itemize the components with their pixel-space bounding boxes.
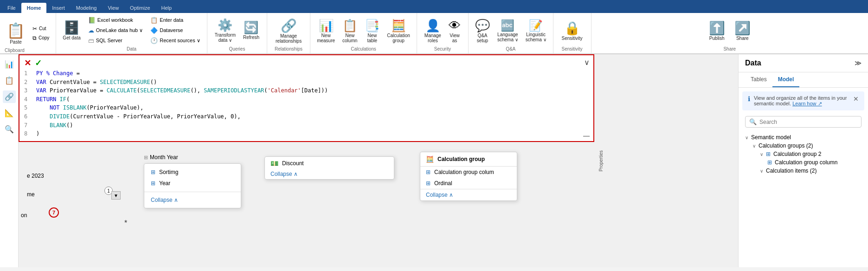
sensitivity-group: 🔒 Sensitivity Sensitivity — [553, 13, 592, 53]
paste-button[interactable]: 📋 Paste — [4, 21, 28, 45]
chevron-down-icon-4: ∨ — [760, 168, 763, 174]
properties-label: Properties — [598, 150, 604, 172]
dropdown-item-year[interactable]: ⊞ Year — [144, 178, 241, 189]
queries-group: ⚙️ Transform data ∨ 🔄 Refresh Queries — [207, 13, 267, 53]
properties-panel-strip: Properties — [596, 54, 606, 267]
tab-modeling[interactable]: Modeling — [71, 3, 103, 13]
group-title-clipboard: Clipboard — [5, 48, 25, 53]
group-title-queries: Queries — [229, 46, 245, 52]
star-connector: * — [124, 219, 127, 227]
calc-items-item[interactable]: ∨ Calculation items (2) — [745, 167, 862, 175]
dataverse-button[interactable]: 🔷 Dataverse — [148, 26, 203, 35]
calculation-group-button[interactable]: 🧮 Calculation group — [384, 18, 412, 44]
enter-data-button[interactable]: 📋 Enter data — [148, 16, 203, 25]
month-year-dropdown: ⊞ Sortimg ⊞ Year Collapse ∧ — [144, 163, 241, 208]
chevron-down-icon-3: ∨ — [760, 152, 763, 157]
recent-sources-button[interactable]: 🕐 Recent sources ∨ — [148, 36, 203, 45]
group-title-data: Data — [60, 46, 203, 52]
manage-roles-button[interactable]: 👤 Manage roles — [422, 18, 444, 44]
chevron-down-icon-2: ∨ — [752, 143, 756, 148]
onelake-button[interactable]: ☁ OneLake data hub ∨ — [85, 26, 146, 35]
table-dropdown-arrow[interactable]: ▼ — [111, 191, 121, 200]
tab-insert[interactable]: Insert — [46, 3, 71, 13]
name-label: me — [27, 191, 35, 198]
excel-workbook-button[interactable]: 📗 Excel workbook — [85, 16, 146, 25]
calc-collapse-button[interactable]: Collapse ∧ — [420, 189, 517, 200]
cut-button[interactable]: ✂Cut — [30, 25, 52, 33]
tab-help[interactable]: Help — [156, 3, 178, 13]
sidebar-table-icon[interactable]: 📋 — [3, 74, 16, 87]
tree-section: ∨ Semantic model ∨ Calculation groups (2… — [739, 131, 868, 267]
calc-group-item-2[interactable]: ⊞ Ordinal — [420, 178, 517, 189]
dropdown-collapse-button[interactable]: Collapse ∧ — [144, 195, 241, 205]
share-group: ⬆️ Publish ↗️ Share Share — [592, 13, 868, 53]
formula-minimize-icon[interactable]: — — [583, 132, 590, 139]
transform-data-button[interactable]: ⚙️ Transform data ∨ — [212, 17, 238, 44]
sidebar-chart-icon[interactable]: 📊 — [3, 58, 16, 71]
ion-label: on — [21, 212, 27, 219]
discount-panel: 💵 Discount Collapse ∧ — [264, 156, 394, 180]
sidebar-model-icon[interactable]: 🔗 — [3, 90, 16, 103]
tab-home[interactable]: Home — [21, 3, 47, 13]
formula-content: 1 PY % Change = 2 VAR CurrentValue = SEL… — [24, 69, 589, 138]
copy-button[interactable]: ⧉Copy — [30, 34, 52, 42]
formula-line-7: 7 BLANK() — [24, 121, 589, 130]
ribbon-body: 📋 Paste ✂Cut ⧉Copy Clipboard 🗄️ Get data… — [0, 13, 868, 54]
formula-line-1: 1 PY % Change = — [24, 69, 589, 78]
share-button[interactable]: ↗️ Share — [731, 19, 754, 42]
new-table-button[interactable]: 📑 New table — [362, 18, 382, 44]
get-data-button[interactable]: 🗄️ Get data — [60, 19, 83, 41]
formula-accept-icon[interactable]: ✓ — [35, 58, 42, 68]
formula-cancel-icon[interactable]: ✕ — [24, 58, 31, 68]
qa-group: 💬 Q&A setup 🔤 Language schema ∨ 📝 Lingui… — [469, 13, 553, 53]
sidebar-search-icon[interactable]: 🔍 — [3, 123, 16, 136]
tab-view[interactable]: View — [102, 3, 124, 13]
tab-model[interactable]: Model — [772, 72, 800, 87]
month-year-label[interactable]: ⊞ Month Year — [144, 154, 178, 161]
linguistic-schema-button[interactable]: 📝 Linguistic schema ∨ — [523, 18, 549, 43]
discount-collapse-button[interactable]: Collapse ∧ — [270, 169, 388, 177]
search-input[interactable] — [759, 119, 857, 125]
publish-button[interactable]: ⬆️ Publish — [705, 19, 729, 42]
calc-group-item-1[interactable]: ⊞ Calculation group colum — [420, 167, 517, 178]
semantic-model-item[interactable]: ∨ Semantic model — [745, 133, 862, 142]
formula-line-3: 3 VAR PriorYearValue = CALCULATE(SELECTE… — [24, 86, 589, 95]
group-title-security: Security — [434, 46, 451, 52]
relationships-group: 🔗 Manage relationships Relationships — [267, 13, 310, 53]
search-icon: 🔍 — [749, 118, 757, 125]
close-info-icon[interactable]: ✕ — [853, 95, 859, 107]
paste-label: Paste — [10, 39, 22, 45]
new-measure-button[interactable]: 📊 New measure — [314, 18, 338, 44]
left-sidebar: 📊 📋 🔗 📐 🔍 — [0, 54, 19, 267]
view-as-button[interactable]: 👁 View as — [446, 18, 463, 44]
formula-line-8: 8 ) — [24, 129, 589, 138]
sidebar-data-icon[interactable]: 📐 — [3, 107, 16, 119]
dropdown-item-sortimg[interactable]: ⊞ Sortimg — [144, 167, 241, 178]
calc-group2-item[interactable]: ∨ ⊞ Calculation group 2 — [745, 150, 862, 158]
discount-header: 💵 Discount — [270, 160, 388, 169]
data-sub-buttons: 📗 Excel workbook ☁ OneLake data hub ∨ 🗃 … — [85, 16, 146, 45]
search-box: 🔍 — [745, 116, 862, 128]
calc-groups-item[interactable]: ∨ Calculation groups (2) — [745, 142, 862, 150]
main-area: 📊 📋 🔗 📐 🔍 ✕ ✓ 1 PY % Change = 2 VAR Curr… — [0, 54, 868, 267]
language-schema-button[interactable]: 🔤 Language schema ∨ — [495, 18, 521, 43]
tab-optimize[interactable]: Optimize — [124, 3, 155, 13]
sql-server-button[interactable]: 🗃 SQL Server — [85, 36, 146, 45]
refresh-button[interactable]: 🔄 Refresh — [240, 19, 262, 41]
tab-tables[interactable]: Tables — [745, 72, 772, 87]
calc-group-header: 🧮 Calculation group — [420, 152, 517, 167]
group-title-sensitivity: Sensitivity — [562, 46, 583, 52]
tab-file[interactable]: File — [2, 3, 21, 13]
new-column-button[interactable]: 📋 New column — [340, 18, 360, 44]
sensitivity-button[interactable]: 🔒 Sensitivity — [559, 19, 585, 42]
calc-group-column-item[interactable]: ⊞ Calculation group column — [745, 158, 862, 167]
manage-relationships-button[interactable]: 🔗 Manage relationships — [272, 17, 305, 45]
right-panel: Data ≫ Tables Model ℹ View and organize … — [738, 54, 868, 267]
qa-setup-button[interactable]: 💬 Q&A setup — [472, 18, 493, 44]
formula-line-6: 6 DIVIDE(CurrentValue - PriorYearValue, … — [24, 112, 589, 121]
formula-line-2: 2 VAR CurrentValue = SELECTEDMEASURE() — [24, 78, 589, 87]
expand-icon[interactable]: ≫ — [855, 59, 862, 67]
group-title-relationships: Relationships — [275, 46, 302, 52]
learn-how-link[interactable]: Learn how ↗ — [792, 101, 822, 106]
formula-collapse-icon[interactable]: ∨ — [584, 58, 590, 67]
